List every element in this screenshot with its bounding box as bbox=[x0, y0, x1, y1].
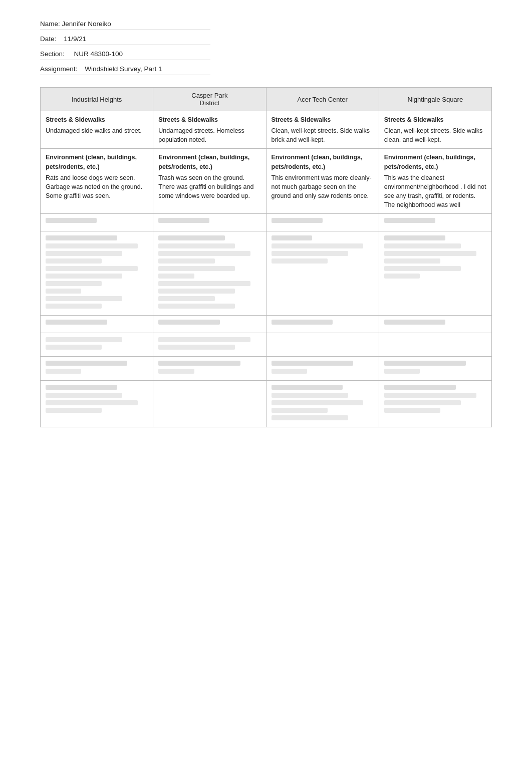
env-label-1: Environment (clean, buildings, pets/rode… bbox=[46, 153, 148, 171]
streets-label-2: Streets & Sidewalks bbox=[158, 115, 260, 124]
blurred-cell bbox=[153, 214, 266, 231]
assignment-label: Assignment: bbox=[40, 65, 77, 73]
table-row: Environment (clean, buildings, pets/rode… bbox=[41, 149, 492, 214]
blurred-cell bbox=[379, 231, 491, 316]
table-row-blurred-3 bbox=[41, 316, 492, 333]
blurred-cell bbox=[41, 316, 153, 333]
blurred-cell bbox=[379, 381, 491, 427]
name-label: Name: bbox=[40, 20, 60, 28]
cell-nightingale-env: Environment (clean, buildings, pets/rode… bbox=[379, 149, 491, 214]
survey-table: Industrial Heights Casper ParkDistrict A… bbox=[40, 87, 492, 427]
blurred-cell bbox=[153, 381, 266, 427]
streets-label-3: Streets & Sidewalks bbox=[272, 115, 374, 124]
blurred-cell bbox=[266, 381, 379, 427]
table-row-blurred-2 bbox=[41, 231, 492, 316]
table-row-blurred-1 bbox=[41, 214, 492, 231]
blurred-cell bbox=[41, 381, 153, 427]
blurred-cell bbox=[379, 316, 491, 333]
name-value: Jennifer Noreiko bbox=[62, 20, 111, 28]
blurred-cell bbox=[266, 231, 379, 316]
blurred-cell bbox=[266, 333, 379, 357]
table-row-blurred-5 bbox=[41, 357, 492, 381]
col-casper-park: Casper ParkDistrict bbox=[153, 88, 266, 111]
table-row: Streets & Sidewalks Undamaged side walks… bbox=[41, 111, 492, 149]
streets-label-1: Streets & Sidewalks bbox=[46, 115, 148, 124]
env-label-2: Environment (clean, buildings, pets/rode… bbox=[158, 153, 260, 171]
table-row-blurred-4 bbox=[41, 333, 492, 357]
blurred-cell bbox=[379, 357, 491, 381]
blurred-cell bbox=[41, 214, 153, 231]
section-value: NUR 48300-100 bbox=[74, 50, 123, 58]
env-label-4: Environment (clean, buildings, pets/rode… bbox=[384, 153, 486, 171]
streets-label-4: Streets & Sidewalks bbox=[384, 115, 486, 124]
blurred-cell bbox=[266, 214, 379, 231]
date-row: Date: 11/9/21 bbox=[40, 35, 210, 45]
cell-casper-env: Environment (clean, buildings, pets/rode… bbox=[153, 149, 266, 214]
name-row: Name: Jennifer Noreiko bbox=[40, 20, 210, 30]
cell-industrial-streets: Streets & Sidewalks Undamaged side walks… bbox=[41, 111, 153, 149]
blurred-cell bbox=[41, 357, 153, 381]
cell-casper-streets: Streets & Sidewalks Undamaged streets. H… bbox=[153, 111, 266, 149]
env-label-3: Environment (clean, buildings, pets/rode… bbox=[272, 153, 374, 171]
assignment-value: Windshield Survey, Part 1 bbox=[85, 65, 162, 73]
blurred-cell bbox=[153, 333, 266, 357]
blurred-cell bbox=[153, 357, 266, 381]
assignment-row: Assignment: Windshield Survey, Part 1 bbox=[40, 65, 210, 75]
date-value: 11/9/21 bbox=[64, 35, 86, 43]
cell-nightingale-streets: Streets & Sidewalks Clean, well-kept str… bbox=[379, 111, 491, 149]
col-acer-tech: Acer Tech Center bbox=[266, 88, 379, 111]
date-label: Date: bbox=[40, 35, 56, 43]
blurred-cell bbox=[379, 214, 491, 231]
col-industrial-heights: Industrial Heights bbox=[41, 88, 153, 111]
col-nightingale: Nightingale Square bbox=[379, 88, 491, 111]
blurred-cell bbox=[266, 316, 379, 333]
header-row: Industrial Heights Casper ParkDistrict A… bbox=[41, 88, 492, 111]
blurred-cell bbox=[266, 357, 379, 381]
blurred-cell bbox=[153, 316, 266, 333]
cell-industrial-env: Environment (clean, buildings, pets/rode… bbox=[41, 149, 153, 214]
cell-acer-streets: Streets & Sidewalks Clean, well-kept str… bbox=[266, 111, 379, 149]
blurred-cell bbox=[379, 333, 491, 357]
meta-section: Name: Jennifer Noreiko Date: 11/9/21 Sec… bbox=[40, 20, 492, 75]
section-row: Section: NUR 48300-100 bbox=[40, 50, 210, 60]
blurred-cell bbox=[41, 231, 153, 316]
blurred-cell bbox=[153, 231, 266, 316]
cell-acer-env: Environment (clean, buildings, pets/rode… bbox=[266, 149, 379, 214]
section-label: Section: bbox=[40, 50, 65, 58]
blurred-cell bbox=[41, 333, 153, 357]
table-row-blurred-6 bbox=[41, 381, 492, 427]
